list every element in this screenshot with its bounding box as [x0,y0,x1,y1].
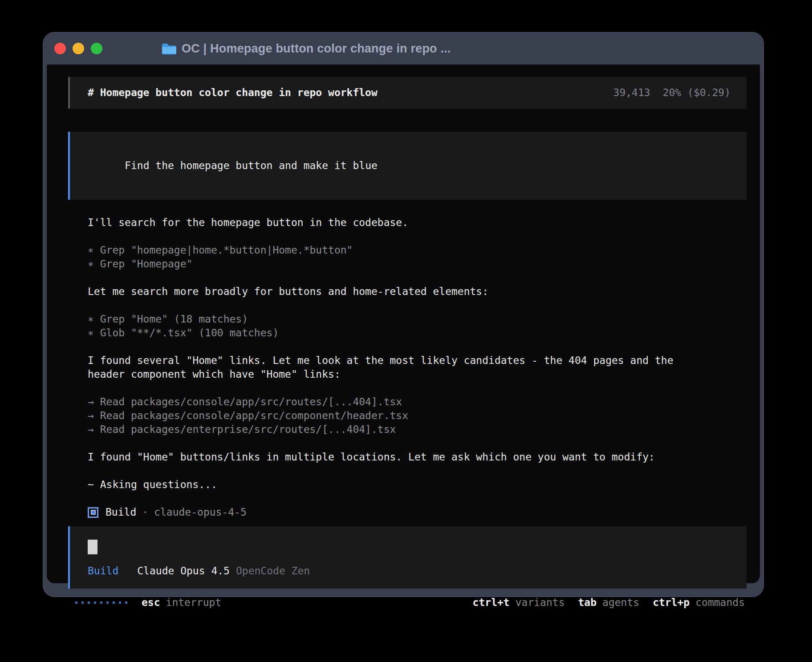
assistant-line: I found several "Home" links. Let me loo… [88,354,747,367]
window-title: OC | Homepage button color change in rep… [182,42,451,56]
shortcut-label: agents [602,596,639,610]
traffic-lights [54,43,102,54]
assistant-line: Let me search more broadly for buttons a… [88,285,747,299]
agent-build-icon [88,507,98,518]
esc-key-label: esc [142,596,160,610]
shortcut-label: variants [516,596,565,610]
minimize-button[interactable] [73,43,84,54]
shortcut-key: tab [578,596,597,610]
tool-call-group: ∗ Grep "homepage|home.*button|Home.*butt… [88,243,747,271]
separator-dot: · [142,505,148,519]
terminal-content: # Homepage button color change in repo w… [47,65,760,583]
shortcut-label: commands [695,596,745,610]
input-meta: Build Claude Opus 4.5 OpenCode Zen [88,564,731,578]
asking-questions-line: ~ Asking questions... [88,478,747,492]
user-message: Find the homepage button and make it blu… [68,132,747,200]
assistant-message: I found several "Home" links. Let me loo… [88,354,747,381]
close-button[interactable] [54,43,66,54]
session-header: # Homepage button color change in repo w… [68,77,747,109]
tool-call-line: ∗ Grep "Homepage" [88,257,747,271]
tool-call-line: ∗ Glob "**/*.tsx" (100 matches) [88,326,747,340]
read-file-line: → Read packages/console/app/src/routes/[… [88,395,747,409]
read-file-line: → Read packages/console/app/src/componen… [88,409,747,423]
agent-status-row: Build · claude-opus-4-5 [88,505,747,519]
prompt-input[interactable]: Build Claude Opus 4.5 OpenCode Zen [68,526,747,589]
shortcut-commands: ctrl+p commands [653,596,745,610]
window-titlebar[interactable]: OC | Homepage button color change in rep… [43,32,763,65]
shortcut-agents: tab agents [578,596,639,610]
zoom-button[interactable] [91,43,102,54]
status-bar: esc interrupt ctrl+t variants tab agents… [68,596,747,610]
agent-name: Build [106,505,136,519]
terminal-window: OC | Homepage button color change in rep… [43,32,764,597]
session-title: # Homepage button color change in repo w… [88,86,378,100]
agent-model: claude-opus-4-5 [154,505,247,519]
read-file-line: → Read packages/enterprise/src/routes/[.… [88,423,747,436]
token-count: 39,413 [613,87,650,98]
tool-call-group: ∗ Grep "Home" (18 matches) ∗ Glob "**/*.… [88,312,747,340]
user-message-text: Find the homepage button and make it blu… [125,160,378,171]
input-provider-label: OpenCode Zen [236,564,310,578]
conversation: I'll search for the homepage button in t… [68,216,747,519]
input-model-label[interactable]: Claude Opus 4.5 [137,564,230,578]
assistant-status: ~ Asking questions... [88,478,747,492]
assistant-message: Let me search more broadly for buttons a… [88,285,747,299]
text-cursor [88,540,97,554]
assistant-message: I found "Home" buttons/links in multiple… [88,450,747,464]
folder-icon [161,43,176,55]
spinner-dots-icon [75,601,127,604]
assistant-line: header component which have "Home" links… [88,367,747,381]
assistant-message: I'll search for the homepage button in t… [88,216,747,230]
assistant-line: I'll search for the homepage button in t… [88,216,747,230]
context-usage: 20% ($0.29) [663,87,731,98]
interrupt-label: interrupt [166,596,222,610]
input-agent-label[interactable]: Build [88,564,118,578]
read-file-group: → Read packages/console/app/src/routes/[… [88,395,747,436]
shortcut-key: ctrl+t [473,596,510,610]
tool-call-line: ∗ Grep "homepage|home.*button|Home.*butt… [88,243,747,257]
shortcut-key: ctrl+p [653,596,690,610]
session-stats: 39,41320% ($0.29) [613,86,731,100]
shortcut-variants: ctrl+t variants [473,596,565,610]
assistant-line: I found "Home" buttons/links in multiple… [88,450,747,464]
interrupt-hint: esc interrupt [142,596,221,610]
tool-call-line: ∗ Grep "Home" (18 matches) [88,312,747,326]
